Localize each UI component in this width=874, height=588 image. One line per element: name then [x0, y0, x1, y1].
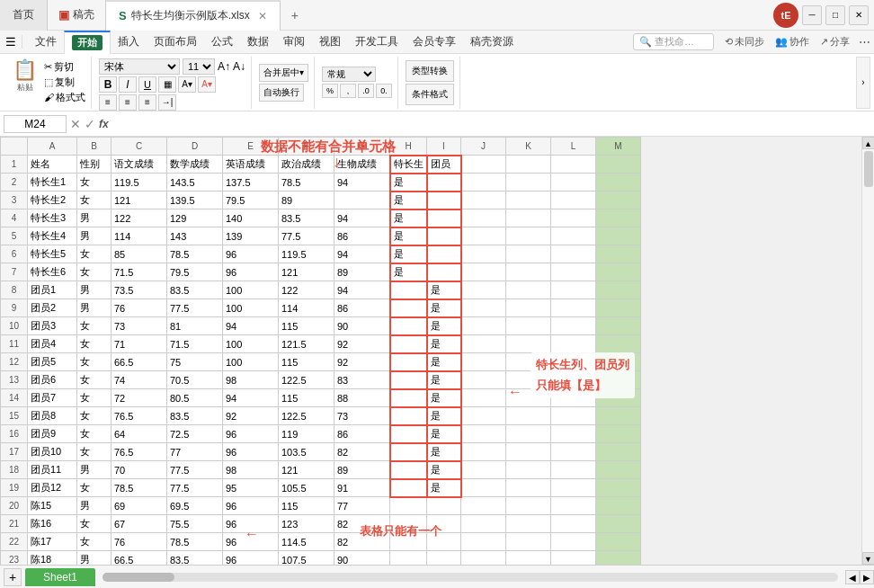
sync-btn[interactable]: ⟲ 未同步 [719, 33, 770, 50]
cell[interactable]: 是 [427, 335, 461, 353]
cell[interactable]: 70 [111, 461, 167, 479]
cell[interactable] [551, 425, 596, 443]
cell[interactable]: 114.5 [279, 533, 334, 551]
cell[interactable]: 团员7 [28, 389, 77, 407]
cell[interactable]: 76 [111, 533, 167, 551]
cell[interactable] [390, 281, 427, 299]
cell[interactable]: 71 [111, 335, 167, 353]
cell[interactable]: 69 [111, 497, 167, 515]
cell[interactable] [461, 461, 506, 479]
cell[interactable]: 94 [223, 389, 279, 407]
tab-home[interactable]: 首页 [0, 0, 48, 31]
cell[interactable]: 男 [77, 461, 111, 479]
cell[interactable]: 83.5 [167, 551, 223, 566]
cell[interactable]: 团员6 [28, 371, 77, 389]
align-center-btn[interactable]: ≡ [119, 94, 137, 111]
cell[interactable]: 82 [334, 515, 390, 533]
cell[interactable]: 77 [167, 443, 223, 461]
cell[interactable]: 团员8 [28, 407, 77, 425]
scroll-left-btn[interactable]: ◀ [845, 570, 860, 584]
cell[interactable]: 96 [223, 245, 279, 263]
cell[interactable]: 陈15 [28, 497, 77, 515]
cell[interactable]: 100 [223, 281, 279, 299]
cell[interactable] [551, 281, 596, 299]
cell[interactable]: 94 [334, 281, 390, 299]
align-right-btn[interactable]: ≡ [138, 94, 156, 111]
cell[interactable] [390, 425, 427, 443]
cell[interactable] [596, 515, 641, 533]
cell[interactable] [506, 407, 551, 425]
cell[interactable]: 女 [77, 389, 111, 407]
cell[interactable]: 143.5 [167, 174, 223, 192]
cell[interactable] [427, 551, 461, 566]
cell[interactable] [461, 335, 506, 353]
cell[interactable] [506, 317, 551, 335]
cell[interactable]: 100 [223, 299, 279, 317]
cell[interactable]: 96 [223, 533, 279, 551]
cell[interactable] [596, 551, 641, 566]
cell[interactable] [390, 533, 427, 551]
cell[interactable]: 是 [427, 443, 461, 461]
cell[interactable] [596, 192, 641, 209]
cell[interactable]: 103.5 [279, 443, 334, 461]
cond-format-btn[interactable]: 条件格式 [406, 84, 454, 105]
cell[interactable] [506, 192, 551, 209]
cell[interactable]: 79.5 [223, 192, 279, 209]
scroll-right-btn[interactable]: ▶ [860, 570, 874, 584]
cell[interactable] [551, 515, 596, 533]
cell[interactable]: 123 [279, 515, 334, 533]
cell[interactable]: 特长生2 [28, 192, 77, 209]
cell[interactable] [461, 443, 506, 461]
cell[interactable] [461, 317, 506, 335]
formula-input[interactable] [112, 116, 870, 132]
copy-btn[interactable]: ⬚ 复制 [44, 76, 85, 89]
cell[interactable]: 姓名 [28, 156, 77, 174]
cell[interactable] [596, 227, 641, 245]
fx-icon[interactable]: fx [99, 118, 109, 130]
cell[interactable]: 122 [279, 281, 334, 299]
wrap-text-btn[interactable]: 自动换行 [259, 84, 304, 102]
col-header-e[interactable]: E [223, 138, 279, 156]
cell[interactable]: 是 [427, 425, 461, 443]
cell[interactable]: 特长生5 [28, 245, 77, 263]
cell[interactable]: 95 [223, 479, 279, 497]
col-header-h[interactable]: H [390, 138, 427, 156]
cell[interactable] [506, 245, 551, 263]
cell[interactable] [551, 353, 596, 371]
sheet-tab-sheet1[interactable]: Sheet1 [25, 568, 95, 586]
cell[interactable]: 男 [77, 299, 111, 317]
cell[interactable] [427, 227, 461, 245]
cell[interactable] [506, 156, 551, 174]
cell[interactable] [596, 353, 641, 371]
cell[interactable] [427, 245, 461, 263]
cell[interactable]: 75 [167, 353, 223, 371]
cell[interactable] [334, 192, 390, 209]
cell[interactable] [596, 443, 641, 461]
cell[interactable]: 94 [223, 317, 279, 335]
cell[interactable]: 特长生6 [28, 263, 77, 281]
cell[interactable] [551, 192, 596, 209]
cell[interactable]: 96 [223, 497, 279, 515]
cell[interactable]: 89 [334, 263, 390, 281]
cell[interactable] [551, 479, 596, 497]
cell[interactable]: 女 [77, 407, 111, 425]
cell[interactable]: 96 [223, 443, 279, 461]
cell[interactable] [506, 299, 551, 317]
cell[interactable] [596, 335, 641, 353]
cell[interactable] [390, 461, 427, 479]
cell[interactable]: 团员9 [28, 425, 77, 443]
cell[interactable]: 96 [223, 263, 279, 281]
col-header-i[interactable]: I [427, 138, 461, 156]
cell[interactable]: 73 [111, 317, 167, 335]
cell[interactable]: 70.5 [167, 371, 223, 389]
cell[interactable]: 88 [334, 389, 390, 407]
cell[interactable] [551, 497, 596, 515]
cell[interactable] [461, 479, 506, 497]
scroll-down-btn[interactable]: ▼ [862, 552, 875, 565]
cell[interactable] [506, 533, 551, 551]
col-header-b[interactable]: B [77, 138, 111, 156]
cell[interactable] [427, 515, 461, 533]
cell-reference-input[interactable]: M24 [4, 115, 67, 133]
cell[interactable]: 特长生1 [28, 174, 77, 192]
scroll-thumb[interactable] [864, 151, 873, 187]
